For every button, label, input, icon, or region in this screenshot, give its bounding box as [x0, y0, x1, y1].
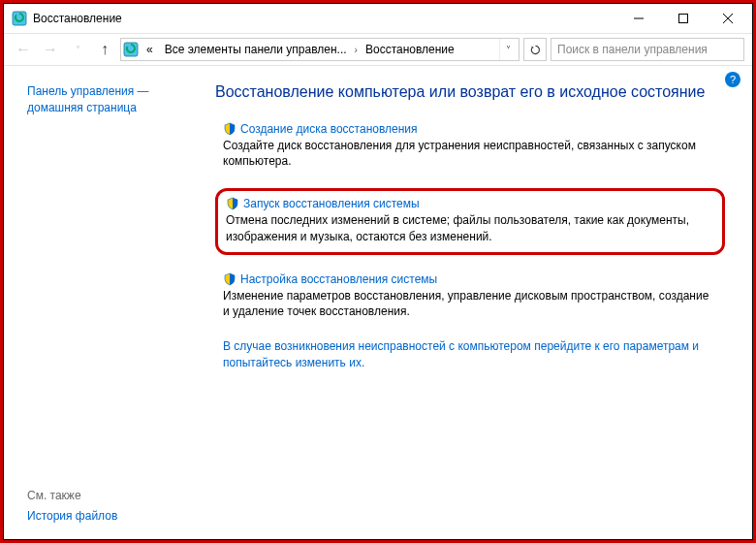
- window: Восстановление ← → ˅ ↑: [3, 3, 753, 540]
- section-configure-restore: Настройка восстановления системы Изменен…: [215, 269, 725, 325]
- section-title-text: Запуск восстановления системы: [243, 197, 420, 210]
- titlebar: Восстановление: [4, 4, 752, 33]
- address-field[interactable]: « Все элементы панели управлен... › Восс…: [120, 38, 520, 61]
- page-title: Восстановление компьютера или возврат ег…: [215, 83, 725, 101]
- troubleshoot-link[interactable]: В случае возникновения неисправностей с …: [215, 338, 725, 371]
- breadcrumb-item[interactable]: Восстановление: [362, 43, 458, 56]
- control-panel-icon: [123, 42, 139, 57]
- breadcrumb-prefix: «: [142, 43, 157, 56]
- breadcrumb-item[interactable]: Все элементы панели управлен...: [161, 43, 351, 56]
- nav-back-button[interactable]: ←: [12, 38, 35, 61]
- maximize-button[interactable]: [661, 4, 706, 33]
- minimize-button[interactable]: [616, 4, 661, 33]
- nav-forward-button[interactable]: →: [39, 38, 62, 61]
- shield-icon: [223, 272, 236, 286]
- address-dropdown-button[interactable]: ˅: [499, 39, 517, 60]
- chevron-right-icon: ›: [355, 45, 358, 55]
- shield-icon: [223, 122, 236, 136]
- svg-rect-2: [679, 15, 688, 23]
- section-title-text: Создание диска восстановления: [240, 122, 418, 136]
- refresh-button[interactable]: [523, 38, 547, 61]
- system-restore-link[interactable]: Запуск восстановления системы: [226, 197, 714, 210]
- search-placeholder: Поиск в панели управления: [557, 43, 708, 56]
- main-panel: Восстановление компьютера или возврат ег…: [207, 66, 752, 539]
- section-system-restore: Запуск восстановления системы Отмена пос…: [215, 188, 725, 254]
- window-title: Восстановление: [33, 12, 616, 25]
- configure-restore-link[interactable]: Настройка восстановления системы: [223, 272, 717, 286]
- section-description: Создайте диск восстановления для устране…: [223, 138, 717, 169]
- section-create-recovery-drive: Создание диска восстановления Создайте д…: [215, 118, 725, 175]
- nav-up-button[interactable]: ↑: [93, 38, 116, 61]
- create-recovery-drive-link[interactable]: Создание диска восстановления: [223, 122, 717, 136]
- file-history-link[interactable]: История файлов: [27, 506, 196, 527]
- section-title-text: Настройка восстановления системы: [240, 272, 437, 286]
- close-button[interactable]: [706, 4, 750, 33]
- section-description: Отмена последних изменений в системе; фа…: [226, 212, 714, 243]
- shield-icon: [226, 197, 239, 210]
- app-icon: [12, 11, 27, 26]
- control-panel-home-link[interactable]: Панель управления — домашняя страница: [27, 83, 196, 116]
- section-description: Изменение параметров восстановления, упр…: [223, 288, 717, 319]
- see-also-label: См. также: [27, 486, 196, 507]
- search-input[interactable]: Поиск в панели управления: [551, 38, 744, 61]
- nav-history-dropdown[interactable]: ˅: [66, 38, 89, 61]
- address-bar: ← → ˅ ↑ « Все элементы панели управлен..…: [4, 33, 752, 66]
- content-area: ? Панель управления — домашняя страница …: [4, 66, 752, 539]
- sidebar: Панель управления — домашняя страница См…: [4, 66, 207, 539]
